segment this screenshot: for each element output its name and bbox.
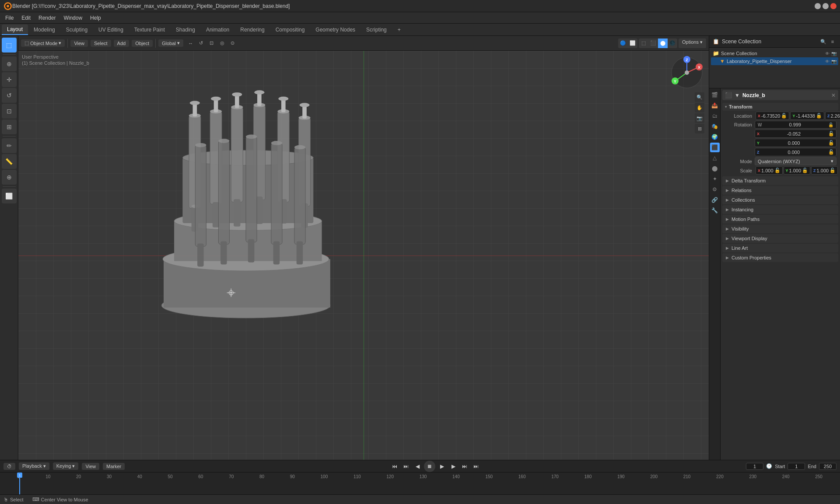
tab-compositing[interactable]: Compositing — [270, 25, 310, 35]
tab-geometry-nodes[interactable]: Geometry Nodes — [310, 25, 360, 35]
menu-file[interactable]: File — [2, 14, 17, 22]
viewport-select-btn[interactable]: Select — [91, 40, 111, 47]
tool-add[interactable]: ⊕ — [2, 170, 17, 185]
material-icon[interactable]: ⬤ — [658, 38, 668, 48]
rotation-x-field[interactable]: X -0.052 🔓 — [755, 130, 836, 138]
tl-jump-end[interactable]: ⏭ — [471, 462, 481, 471]
pipette-eye[interactable]: 👁 — [825, 59, 830, 64]
tab-uv-editing[interactable]: UV Editing — [93, 25, 129, 35]
tab-rendering[interactable]: Rendering — [235, 25, 270, 35]
location-x-field[interactable]: X -6.73520 🔓 — [756, 112, 789, 120]
tab-modeling[interactable]: Modeling — [28, 25, 60, 35]
collections-section[interactable]: ▶ Collections — [722, 196, 838, 204]
transform-rotate-icon[interactable]: ↺ — [196, 38, 206, 48]
global-local-selector[interactable]: Global ▾ — [158, 39, 183, 47]
custom-properties-section[interactable]: ▶ Custom Properties — [722, 253, 838, 262]
tl-end-frame[interactable]: 250 — [819, 463, 836, 470]
tool-transform[interactable]: ⊞ — [2, 119, 17, 134]
gizmo-extra[interactable]: ⊞ — [695, 124, 704, 133]
rotation-x-lock[interactable]: 🔓 — [828, 131, 834, 136]
location-z-field[interactable]: Z 2.26843 🔓 — [825, 112, 840, 120]
tl-current-frame[interactable]: 1 — [746, 463, 763, 470]
tool-scale[interactable]: ⊡ — [2, 104, 17, 119]
tab-sculpting[interactable]: Sculpting — [61, 25, 93, 35]
wireframe-icon[interactable]: ⬚ — [639, 38, 648, 48]
prop-tab-view-layer[interactable]: 🗂 — [710, 111, 720, 121]
tl-next-frame[interactable]: ▶ — [448, 462, 458, 471]
outliner-settings-icon[interactable]: ≡ — [829, 38, 836, 46]
tool-move[interactable]: ✛ — [2, 72, 17, 87]
prop-tab-render[interactable]: 🎬 — [710, 90, 720, 100]
viewport-gizmo[interactable]: Z X Y 🔍 ✋ 📷 ⊞ — [669, 55, 704, 90]
pipette-camera[interactable]: 📷 — [831, 59, 836, 64]
scene-collection-eye[interactable]: 👁 — [825, 51, 830, 56]
close-button[interactable] — [830, 3, 836, 9]
tl-next-keyframe[interactable]: ⏭ — [460, 462, 469, 471]
minimize-button[interactable] — [815, 3, 821, 9]
rotation-z-field[interactable]: Z 0.000 🔓 — [755, 148, 836, 156]
tab-shading[interactable]: Shading — [171, 25, 200, 35]
rotation-w-field[interactable]: W 0.999 🔓 — [755, 121, 836, 129]
outliner-item-scene-collection[interactable]: 📁 Scene Collection 👁 📷 — [711, 49, 838, 57]
transform-header[interactable]: ▾ Transform — [722, 103, 838, 111]
object-mode-selector[interactable]: ⬚ Object Mode ▾ — [21, 39, 65, 47]
delta-transform-section[interactable]: ▶ Delta Transform — [722, 176, 838, 185]
scene-collection-camera[interactable]: 📷 — [831, 51, 836, 56]
relations-section[interactable]: ▶ Relations — [722, 186, 838, 195]
tl-prev-keyframe[interactable]: ⏭ — [401, 462, 411, 471]
tool-cursor[interactable]: ⊕ — [2, 56, 17, 71]
scale-y-field[interactable]: Y 1.000 🔓 — [784, 166, 811, 175]
tl-start-frame[interactable]: 1 — [788, 463, 805, 470]
prop-tab-output[interactable]: 📤 — [710, 101, 720, 110]
prop-obj-close[interactable]: ✕ — [831, 92, 836, 98]
viewport-overlay-icon[interactable]: 🔵 — [618, 38, 628, 48]
tl-cursor[interactable]: 1 — [19, 472, 20, 494]
prop-tab-world[interactable]: 🌍 — [710, 132, 720, 142]
tl-play[interactable]: ▶ — [437, 462, 447, 471]
viewport-object-btn[interactable]: Object — [132, 40, 153, 47]
tab-layout[interactable]: Layout — [2, 24, 28, 35]
maximize-button[interactable] — [822, 3, 829, 9]
viewport-canvas[interactable]: User Perspective (1) Scene Collection | … — [18, 51, 709, 460]
scale-x-field[interactable]: X 1.000 🔓 — [756, 166, 783, 175]
transform-pivot-icon[interactable]: ◎ — [217, 38, 227, 48]
tool-measure[interactable]: 📏 — [2, 154, 17, 169]
rotation-z-lock[interactable]: 🔓 — [828, 149, 834, 155]
tl-keying-btn[interactable]: Keying ▾ — [53, 462, 79, 470]
scale-z-lock[interactable]: 🔓 — [830, 168, 836, 173]
tl-editor-icon[interactable]: ⏱ — [4, 463, 15, 470]
viewport-add-btn[interactable]: Add — [114, 40, 130, 47]
prop-tab-physics[interactable]: ⚙ — [710, 185, 720, 194]
prop-tab-mesh[interactable]: △ — [710, 153, 720, 163]
viewport-xray-icon[interactable]: ⬜ — [628, 38, 637, 48]
tool-select[interactable]: ⬚ — [2, 38, 17, 52]
tab-animation[interactable]: Animation — [201, 25, 234, 35]
visibility-section[interactable]: ▶ Visibility — [722, 224, 838, 233]
transform-move-icon[interactable]: ↔ — [186, 38, 196, 48]
tl-marker-btn[interactable]: Marker — [103, 463, 125, 470]
motion-paths-section[interactable]: ▶ Motion Paths — [722, 215, 838, 224]
viewport-view-btn[interactable]: View — [70, 40, 88, 47]
tab-texture-paint[interactable]: Texture Paint — [129, 25, 170, 35]
instancing-section[interactable]: ▶ Instancing — [722, 205, 838, 214]
rotation-y-lock[interactable]: 🔓 — [828, 140, 834, 146]
menu-render[interactable]: Render — [35, 14, 59, 22]
prop-tab-constraints[interactable]: 🔗 — [710, 195, 720, 205]
tab-add[interactable]: + — [392, 25, 406, 35]
solid-icon[interactable]: ⬛ — [648, 38, 658, 48]
outliner-item-pipette[interactable]: ▼ Laboratory_Pipette_Dispenser 👁 📷 — [711, 57, 838, 65]
tl-playback-btn[interactable]: Playback ▾ — [19, 462, 49, 470]
rendered-icon[interactable]: 🌑 — [668, 38, 677, 48]
options-btn[interactable]: Options ▾ — [679, 38, 706, 48]
scale-z-field[interactable]: Z 1.000 🔓 — [811, 166, 838, 175]
tl-prev-frame[interactable]: ◀ — [413, 462, 422, 471]
location-x-lock[interactable]: 🔓 — [781, 113, 787, 119]
prop-tab-modifiers[interactable]: 🔧 — [710, 206, 720, 215]
location-y-field[interactable]: Y -1.44338 🔓 — [790, 112, 824, 120]
scale-x-lock[interactable]: 🔓 — [774, 168, 780, 173]
tl-stop-record[interactable]: ⏹ — [424, 461, 435, 472]
tool-annotate[interactable]: ✏ — [2, 138, 17, 153]
tool-rotate[interactable]: ↺ — [2, 88, 17, 103]
prop-tab-scene[interactable]: 🎭 — [710, 122, 720, 131]
location-y-lock[interactable]: 🔓 — [816, 113, 822, 119]
